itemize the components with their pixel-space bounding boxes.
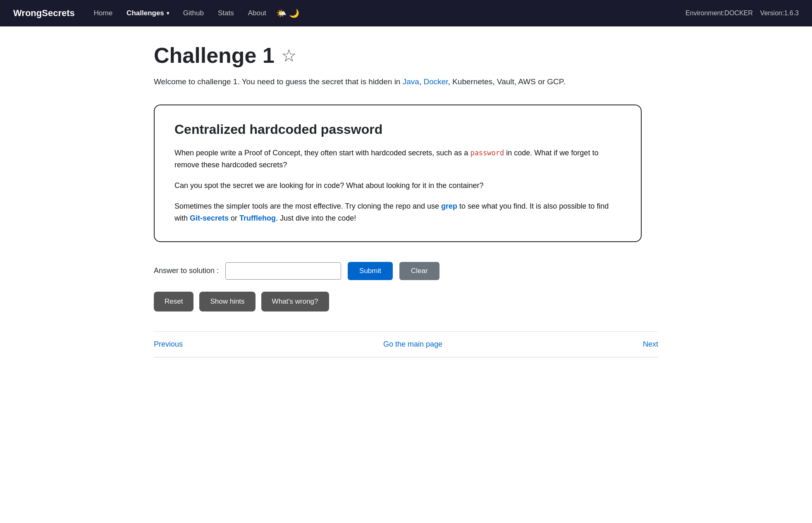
page-title: Challenge 1 bbox=[154, 43, 275, 68]
footer-divider bbox=[154, 357, 658, 358]
star-icon[interactable]: ☆ bbox=[281, 45, 297, 66]
main-content: Challenge 1 ☆ Welcome to challenge 1. Yo… bbox=[137, 26, 675, 383]
trufflehog-link[interactable]: Trufflehog bbox=[239, 214, 276, 222]
challenge-card: Centralized hardcoded password When peop… bbox=[154, 105, 642, 242]
answer-label: Answer to solution : bbox=[154, 266, 219, 275]
nav-stats[interactable]: Stats bbox=[212, 6, 240, 21]
reset-button[interactable]: Reset bbox=[154, 292, 193, 311]
nav-bottom: Previous Go the main page Next bbox=[154, 331, 658, 349]
version-label: Version:1.6.3 bbox=[760, 10, 799, 17]
action-buttons: Reset Show hints What's wrong? bbox=[154, 292, 658, 311]
intro-prefix: Welcome to challenge 1. You need to gues… bbox=[154, 77, 403, 86]
dark-theme-icon[interactable]: 🌙 bbox=[289, 8, 299, 18]
answer-section: Answer to solution : Submit Clear bbox=[154, 262, 658, 280]
nav-brand[interactable]: WrongSecrets bbox=[13, 8, 75, 19]
env-label: Environment:DOCKER bbox=[685, 10, 753, 17]
answer-input[interactable] bbox=[225, 262, 341, 280]
theme-icons: 🌤️ 🌙 bbox=[276, 8, 299, 18]
grep-link[interactable]: grep bbox=[441, 202, 457, 210]
intro-sep1: , bbox=[419, 77, 424, 86]
show-hints-button[interactable]: Show hints bbox=[199, 292, 255, 311]
card-password-code: password bbox=[470, 149, 504, 157]
nav-home[interactable]: Home bbox=[88, 6, 118, 21]
light-theme-icon[interactable]: 🌤️ bbox=[276, 8, 287, 18]
docker-link[interactable]: Docker bbox=[423, 77, 448, 86]
card-para3-or: or bbox=[229, 214, 239, 222]
nav-about[interactable]: About bbox=[242, 6, 272, 21]
nav-links: Home Challenges ▾ Github Stats About 🌤️ … bbox=[88, 6, 685, 21]
navbar: WrongSecrets Home Challenges ▾ Github St… bbox=[0, 0, 812, 26]
chevron-down-icon: ▾ bbox=[167, 10, 169, 16]
card-title: Centralized hardcoded password bbox=[174, 122, 621, 137]
card-paragraph2: Can you spot the secret we are looking f… bbox=[174, 180, 621, 192]
nav-env: Environment:DOCKER Version:1.6.3 bbox=[685, 10, 799, 17]
intro-suffix: , Kubernetes, Vault, AWS or GCP. bbox=[448, 77, 566, 86]
card-paragraph3: Sometimes the simpler tools are the most… bbox=[174, 200, 621, 225]
intro-text: Welcome to challenge 1. You need to gues… bbox=[154, 76, 658, 88]
card-para1-prefix: When people write a Proof of Concept, th… bbox=[174, 149, 470, 157]
whats-wrong-button[interactable]: What's wrong? bbox=[261, 292, 329, 311]
clear-button[interactable]: Clear bbox=[399, 262, 439, 280]
nav-challenges-label: Challenges bbox=[127, 9, 164, 17]
card-para3-suffix: . Just dive into the code! bbox=[276, 214, 356, 222]
nav-github[interactable]: Github bbox=[177, 6, 210, 21]
git-secrets-link[interactable]: Git-secrets bbox=[190, 214, 229, 222]
previous-link[interactable]: Previous bbox=[154, 340, 183, 349]
submit-button[interactable]: Submit bbox=[348, 262, 393, 280]
next-link[interactable]: Next bbox=[643, 340, 658, 349]
nav-challenges[interactable]: Challenges ▾ bbox=[121, 6, 175, 21]
main-page-link[interactable]: Go the main page bbox=[383, 340, 442, 349]
page-title-container: Challenge 1 ☆ bbox=[154, 43, 658, 68]
card-paragraph1: When people write a Proof of Concept, th… bbox=[174, 147, 621, 171]
java-link[interactable]: Java bbox=[403, 77, 419, 86]
card-para3-prefix: Sometimes the simpler tools are the most… bbox=[174, 202, 441, 210]
